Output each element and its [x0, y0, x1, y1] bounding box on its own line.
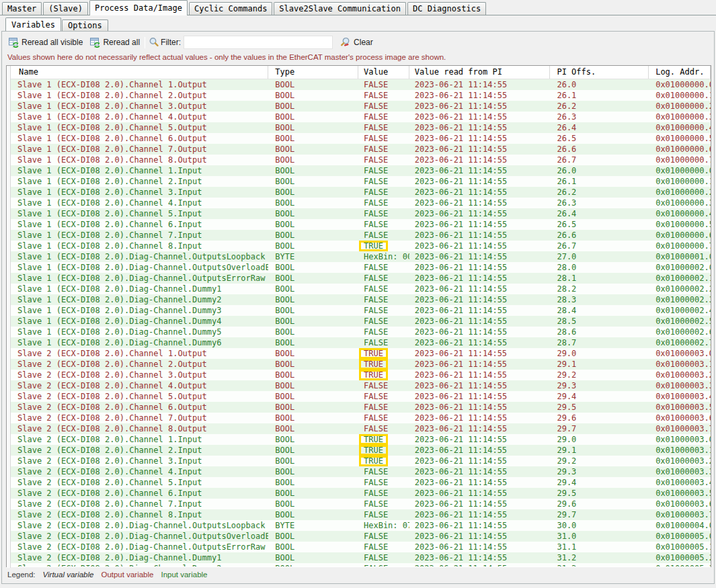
cell-type: BOOL — [268, 208, 358, 219]
table-row[interactable]: Slave 1 (ECX-DI08 2.0).Diag-Channel.Dumm… — [7, 337, 711, 348]
cell-addr: 0x01000000.7 — [649, 241, 711, 251]
cell-type: BOOL — [268, 423, 358, 434]
table-row[interactable]: Slave 1 (ECX-DI08 2.0).Diag-Channel.Dumm… — [7, 305, 711, 316]
table-row[interactable]: Slave 2 (ECX-DI08 2.0).Diag-Channel.Dumm… — [7, 552, 711, 563]
cell-offs: 26.3 — [550, 112, 649, 122]
cell-type: BOOL — [268, 445, 358, 456]
table-row[interactable]: Slave 1 (ECX-DI08 2.0).Channel 6.InputBO… — [7, 219, 711, 230]
table-row[interactable]: Slave 1 (ECX-DI08 2.0).Channel 2.OutputB… — [7, 90, 711, 101]
table-row[interactable]: Slave 1 (ECX-DI08 2.0).Channel 3.OutputB… — [7, 101, 711, 112]
table-row[interactable]: Slave 2 (ECX-DI08 2.0).Channel 8.OutputB… — [7, 423, 711, 434]
table-row[interactable]: Slave 1 (ECX-DI08 2.0).Channel 7.OutputB… — [7, 144, 711, 155]
reread-all-visible-button[interactable]: Reread all visible — [5, 36, 86, 49]
table-row[interactable]: Slave 2 (ECX-DI08 2.0).Diag-Channel.Outp… — [7, 542, 711, 552]
column-header-type[interactable]: Type — [268, 66, 358, 79]
clear-filter-button[interactable]: Clear — [337, 36, 376, 49]
cell-read: 2023-06-21 11:14:55 — [409, 165, 551, 176]
main-tab-master[interactable]: Master — [2, 2, 42, 15]
cell-type: BOOL — [268, 391, 358, 402]
table-row[interactable]: Slave 1 (ECX-DI08 2.0).Diag-Channel.Dumm… — [7, 284, 711, 294]
cell-addr: 0x01000000.3 — [649, 198, 711, 208]
table-row[interactable]: Slave 2 (ECX-DI08 2.0).Diag-Channel.Dumm… — [7, 563, 711, 566]
cell-offs: 28.1 — [550, 273, 649, 284]
table-row[interactable]: Slave 1 (ECX-DI08 2.0).Channel 1.InputBO… — [7, 165, 711, 176]
cell-value: FALSE — [358, 155, 409, 165]
cell-type: BOOL — [268, 198, 358, 208]
main-tab-slave[interactable]: (Slave) — [43, 2, 88, 15]
main-tab-process-data-image[interactable]: Process Data/Image — [89, 0, 188, 15]
cell-name: Slave 1 (ECX-DI08 2.0).Channel 4.Output — [11, 112, 268, 122]
cell-addr: 0x01000003.7 — [649, 509, 711, 520]
main-tab-cyclic-commands[interactable]: Cyclic Commands — [189, 2, 272, 15]
table-row[interactable]: Slave 2 (ECX-DI08 2.0).Channel 1.InputBO… — [7, 434, 711, 445]
cell-type: BOOL — [268, 509, 358, 520]
column-header-value-read-from-pi[interactable]: Value read from PI — [409, 66, 551, 79]
table-row[interactable]: Slave 1 (ECX-DI08 2.0).Channel 1.OutputB… — [7, 79, 711, 90]
table-row[interactable]: Slave 2 (ECX-DI08 2.0).Channel 2.OutputB… — [7, 359, 711, 370]
table-row[interactable]: Slave 1 (ECX-DI08 2.0).Diag-Channel.Dumm… — [7, 294, 711, 305]
table-row[interactable]: Slave 1 (ECX-DI08 2.0).Channel 4.OutputB… — [7, 112, 711, 122]
cell-name: Slave 1 (ECX-DI08 2.0).Channel 2.Input — [11, 176, 268, 187]
cell-name: Slave 2 (ECX-DI08 2.0).Diag-Channel.Outp… — [11, 520, 268, 531]
cell-value: FALSE — [358, 144, 409, 155]
cell-type: BOOL — [268, 133, 358, 144]
table-row[interactable]: Slave 1 (ECX-DI08 2.0).Diag-Channel.Outp… — [7, 251, 711, 262]
sub-tab-options[interactable]: Options — [62, 19, 108, 32]
column-header-name[interactable]: Name — [11, 66, 268, 79]
cell-read: 2023-06-21 11:14:55 — [409, 402, 551, 413]
cell-addr: 0x01000003.4 — [649, 477, 711, 488]
legend-label: Legend: — [7, 571, 36, 579]
table-row[interactable]: Slave 1 (ECX-DI08 2.0).Channel 8.OutputB… — [7, 155, 711, 165]
table-row[interactable]: Slave 1 (ECX-DI08 2.0).Channel 2.InputBO… — [7, 176, 711, 187]
table-row[interactable]: Slave 2 (ECX-DI08 2.0).Channel 6.InputBO… — [7, 488, 711, 499]
cell-addr: 0x01000000.0 — [649, 79, 711, 90]
table-row[interactable]: Slave 2 (ECX-DI08 2.0).Channel 6.OutputB… — [7, 402, 711, 413]
table-row[interactable]: Slave 2 (ECX-DI08 2.0).Channel 3.InputBO… — [7, 456, 711, 466]
table-row[interactable]: Slave 1 (ECX-DI08 2.0).Diag-Channel.Outp… — [7, 273, 711, 284]
table-row[interactable]: Slave 2 (ECX-DI08 2.0).Channel 7.OutputB… — [7, 413, 711, 423]
sub-tab-variables[interactable]: Variables — [5, 17, 61, 32]
table-row[interactable]: Slave 2 (ECX-DI08 2.0).Diag-Channel.Outp… — [7, 531, 711, 542]
table-row[interactable]: Slave 2 (ECX-DI08 2.0).Channel 4.OutputB… — [7, 380, 711, 391]
table-row[interactable]: Slave 1 (ECX-DI08 2.0).Channel 5.InputBO… — [7, 208, 711, 219]
column-header-pi-offs[interactable]: PI Offs. — [550, 66, 649, 79]
table-row[interactable]: Slave 1 (ECX-DI08 2.0).Diag-Channel.Outp… — [7, 262, 711, 273]
cell-addr: 0x01000002.7 — [649, 337, 711, 348]
table-row[interactable]: Slave 1 (ECX-DI08 2.0).Channel 6.OutputB… — [7, 133, 711, 144]
cell-value: FALSE — [358, 90, 409, 101]
table-row[interactable]: Slave 2 (ECX-DI08 2.0).Channel 7.InputBO… — [7, 499, 711, 509]
table-row[interactable]: Slave 1 (ECX-DI08 2.0).Channel 3.InputBO… — [7, 187, 711, 198]
table-row[interactable]: Slave 2 (ECX-DI08 2.0).Channel 8.InputBO… — [7, 509, 711, 520]
cell-addr: 0x01000003.7 — [649, 423, 711, 434]
cell-offs: 29.3 — [550, 380, 649, 391]
filter-input[interactable] — [184, 36, 333, 49]
table-row[interactable]: Slave 2 (ECX-DI08 2.0).Channel 5.OutputB… — [7, 391, 711, 402]
column-header-value[interactable]: Value — [358, 66, 409, 79]
table-row[interactable]: Slave 1 (ECX-DI08 2.0).Channel 7.InputBO… — [7, 230, 711, 241]
cell-addr: 0x01000000.4 — [649, 122, 711, 133]
table-row[interactable]: Slave 2 (ECX-DI08 2.0).Channel 3.OutputB… — [7, 370, 711, 380]
table-row[interactable]: Slave 2 (ECX-DI08 2.0).Channel 4.InputBO… — [7, 466, 711, 477]
cell-type: BOOL — [268, 316, 358, 327]
table-row[interactable]: Slave 2 (ECX-DI08 2.0).Channel 5.InputBO… — [7, 477, 711, 488]
table-row[interactable]: Slave 2 (ECX-DI08 2.0).Channel 2.InputBO… — [7, 445, 711, 456]
cell-name: Slave 2 (ECX-DI08 2.0).Channel 6.Output — [11, 402, 268, 413]
cell-value: TRUE — [358, 434, 409, 445]
table-row[interactable]: Slave 1 (ECX-DI08 2.0).Diag-Channel.Dumm… — [7, 316, 711, 327]
table-row[interactable]: Slave 1 (ECX-DI08 2.0).Channel 5.OutputB… — [7, 122, 711, 133]
table-row[interactable]: Slave 1 (ECX-DI08 2.0).Channel 4.InputBO… — [7, 198, 711, 208]
cell-offs: 29.3 — [550, 466, 649, 477]
cell-type: BOOL — [268, 488, 358, 499]
main-tab-dc-diagnostics[interactable]: DC Diagnostics — [407, 2, 486, 15]
table-row[interactable]: Slave 1 (ECX-DI08 2.0).Channel 8.InputBO… — [7, 241, 711, 251]
cell-value: FALSE — [358, 327, 409, 337]
cell-name: Slave 2 (ECX-DI08 2.0).Channel 7.Input — [11, 499, 268, 509]
table-row[interactable]: Slave 2 (ECX-DI08 2.0).Diag-Channel.Outp… — [7, 520, 711, 531]
reread-all-button[interactable]: Reread all — [86, 36, 143, 49]
cell-name: Slave 1 (ECX-DI08 2.0).Channel 6.Output — [11, 133, 268, 144]
cell-name: Slave 1 (ECX-DI08 2.0).Channel 3.Input — [11, 187, 268, 198]
column-header-log-addr[interactable]: Log. Addr. — [649, 66, 711, 79]
table-row[interactable]: Slave 1 (ECX-DI08 2.0).Diag-Channel.Dumm… — [7, 327, 711, 337]
table-row[interactable]: Slave 2 (ECX-DI08 2.0).Channel 1.OutputB… — [7, 348, 711, 359]
main-tab-slave2slave-communication[interactable]: Slave2Slave Communication — [274, 2, 406, 15]
